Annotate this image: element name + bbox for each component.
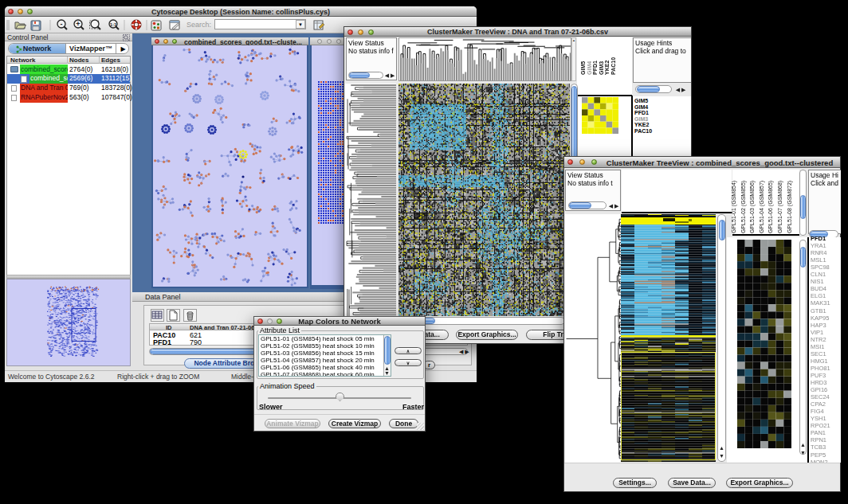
svg-text:-: - xyxy=(61,20,63,28)
svg-text:+: + xyxy=(76,20,80,28)
svg-text:1:1: 1:1 xyxy=(110,22,117,27)
